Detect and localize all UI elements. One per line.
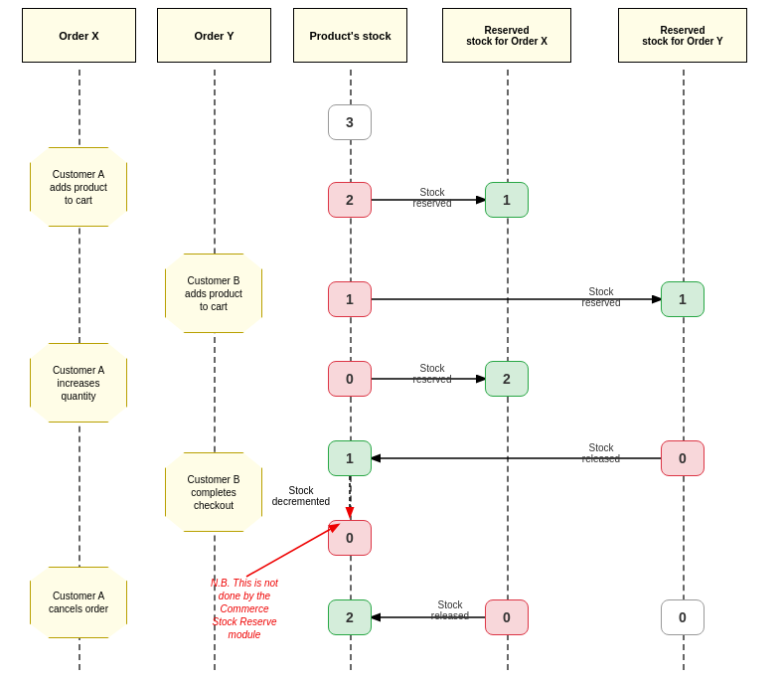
stock-reserved-x-2: 2 bbox=[485, 361, 529, 397]
label-stock-reserved-3: Stockreserved bbox=[388, 363, 477, 385]
header-reserved-y: Reservedstock for Order Y bbox=[618, 8, 747, 63]
label-stock-reserved-2: Stockreserved bbox=[556, 286, 646, 308]
event-customer-b-adds: Customer Badds productto cart bbox=[165, 254, 262, 333]
label-stock-reserved-1: Stockreserved bbox=[388, 187, 477, 209]
label-stock-released-1: Stockreleased bbox=[556, 442, 646, 464]
stock-product-3: 3 bbox=[328, 104, 372, 140]
stock-reserved-y-0b: 0 bbox=[661, 599, 705, 635]
header-order-x: Order X bbox=[22, 8, 136, 63]
vline-reserved-y bbox=[683, 70, 685, 670]
stock-product-0: 0 bbox=[328, 361, 372, 397]
label-stock-decremented: Stockdecremented bbox=[256, 485, 346, 507]
event-customer-a-cancels: Customer Acancels order bbox=[30, 567, 127, 638]
stock-product-2a: 2 bbox=[328, 182, 372, 218]
stock-reserved-y-1: 1 bbox=[661, 281, 705, 317]
event-customer-b-checkout: Customer Bcompletescheckout bbox=[165, 452, 262, 532]
event-customer-a-increases: Customer Aincreasesquantity bbox=[30, 343, 127, 423]
diagram: Order X Order Y Product's stock Reserved… bbox=[0, 0, 784, 680]
header-order-y: Order Y bbox=[157, 8, 271, 63]
header-reserved-x: Reservedstock for Order X bbox=[442, 8, 571, 63]
stock-product-2b: 2 bbox=[328, 599, 372, 635]
stock-product-0b: 0 bbox=[328, 520, 372, 556]
stock-product-1b: 1 bbox=[328, 440, 372, 476]
header-product-stock: Product's stock bbox=[293, 8, 407, 63]
event-customer-a-adds: Customer Aadds productto cart bbox=[30, 147, 127, 227]
stock-reserved-y-0: 0 bbox=[661, 440, 705, 476]
stock-reserved-x-1: 1 bbox=[485, 182, 529, 218]
stock-product-1: 1 bbox=[328, 281, 372, 317]
nb-note: N.B. This is notdone by theCommerceStock… bbox=[175, 577, 314, 641]
label-stock-released-2: Stockreleased bbox=[405, 599, 495, 621]
